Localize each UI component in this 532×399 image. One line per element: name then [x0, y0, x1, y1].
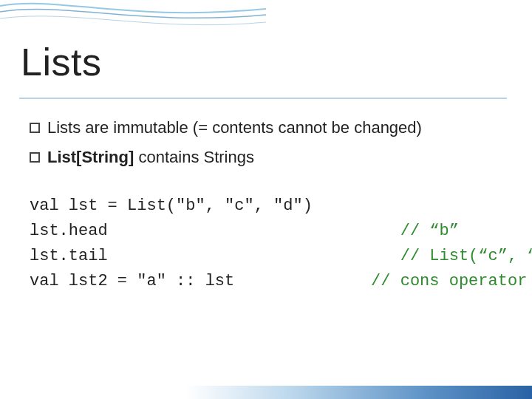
slide: Lists Lists are immutable (= contents ca…	[0, 0, 532, 399]
slide-title: Lists	[21, 40, 101, 84]
code-l1: val lst = List("b", "c", "d")	[30, 197, 313, 215]
bullet-marker-icon	[30, 123, 40, 133]
code-l2-comment: // “b”	[400, 222, 459, 240]
decorative-wave	[0, 0, 266, 44]
bullet-2-post: contains Strings	[134, 148, 254, 166]
code-l4: val lst2 = "a" :: lst	[30, 272, 234, 290]
code-l3-comment: // List(“c”, “d”)	[400, 247, 532, 265]
code-block: val lst = List("b", "c", "d") lst.head /…	[30, 194, 532, 294]
bottom-accent-bar	[0, 386, 532, 399]
code-l2: lst.head	[30, 222, 108, 240]
body-text: Lists are immutable (= contents cannot b…	[30, 115, 502, 174]
title-underline	[19, 98, 507, 99]
bullet-2: List[String] contains Strings	[30, 145, 502, 170]
bullet-1: Lists are immutable (= contents cannot b…	[30, 115, 502, 140]
bullet-2-text: List[String] contains Strings	[47, 145, 254, 170]
code-l4-comment: // cons operator	[371, 272, 527, 290]
bullet-marker-icon	[30, 152, 40, 163]
code-l3: lst.tail	[30, 247, 108, 265]
bullet-2-bold: List[String]	[47, 148, 134, 166]
bullet-1-text: Lists are immutable (= contents cannot b…	[47, 115, 422, 140]
